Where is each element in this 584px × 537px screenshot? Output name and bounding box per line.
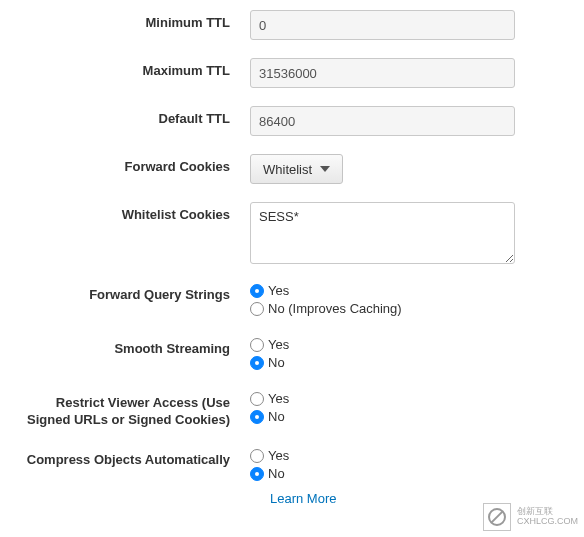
maximum-ttl-input[interactable] [250,58,515,88]
compress-yes-option[interactable]: Yes [250,447,289,465]
radio-unselected-icon [250,302,264,316]
smooth-streaming-row: Smooth Streaming Yes No [10,336,544,372]
restrict-viewer-no-option[interactable]: No [250,408,285,426]
radio-selected-icon [250,356,264,370]
radio-selected-icon [250,410,264,424]
forward-qs-yes-option[interactable]: Yes [250,282,289,300]
restrict-viewer-access-label: Restrict Viewer Access (Use Signed URLs … [10,390,250,429]
compress-objects-label: Compress Objects Automatically [10,447,250,469]
smooth-streaming-no-option[interactable]: No [250,354,285,372]
smooth-streaming-label: Smooth Streaming [10,336,250,358]
learn-more-link[interactable]: Learn More [250,491,336,506]
compress-no-option[interactable]: No [250,465,285,483]
forward-query-strings-label: Forward Query Strings [10,282,250,304]
minimum-ttl-input[interactable] [250,10,515,40]
maximum-ttl-row: Maximum TTL [10,58,544,88]
watermark-line2: CXHLCG.COM [517,517,578,527]
watermark-logo-icon [483,503,511,531]
radio-selected-icon [250,284,264,298]
whitelist-cookies-row: Whitelist Cookies SESS* [10,202,544,264]
forward-query-strings-row: Forward Query Strings Yes No (Improves C… [10,282,544,318]
watermark: 创新互联 CXHLCG.COM [483,503,578,531]
radio-unselected-icon [250,392,264,406]
smooth-streaming-yes-option[interactable]: Yes [250,336,289,354]
whitelist-cookies-label: Whitelist Cookies [10,202,250,224]
chevron-down-icon [320,166,330,172]
whitelist-cookies-textarea[interactable]: SESS* [250,202,515,264]
forward-qs-no-option[interactable]: No (Improves Caching) [250,300,402,318]
forward-cookies-label: Forward Cookies [10,154,250,176]
maximum-ttl-label: Maximum TTL [10,58,250,80]
default-ttl-input[interactable] [250,106,515,136]
restrict-viewer-access-row: Restrict Viewer Access (Use Signed URLs … [10,390,544,429]
radio-unselected-icon [250,338,264,352]
minimum-ttl-label: Minimum TTL [10,10,250,32]
radio-selected-icon [250,467,264,481]
default-ttl-label: Default TTL [10,106,250,128]
default-ttl-row: Default TTL [10,106,544,136]
forward-cookies-selected: Whitelist [263,162,312,177]
compress-objects-row: Compress Objects Automatically Yes No Le… [10,447,544,506]
settings-form: Minimum TTL Maximum TTL Default TTL Forw… [0,0,584,520]
forward-cookies-row: Forward Cookies Whitelist [10,154,544,184]
radio-unselected-icon [250,449,264,463]
forward-cookies-select[interactable]: Whitelist [250,154,343,184]
minimum-ttl-row: Minimum TTL [10,10,544,40]
restrict-viewer-yes-option[interactable]: Yes [250,390,289,408]
